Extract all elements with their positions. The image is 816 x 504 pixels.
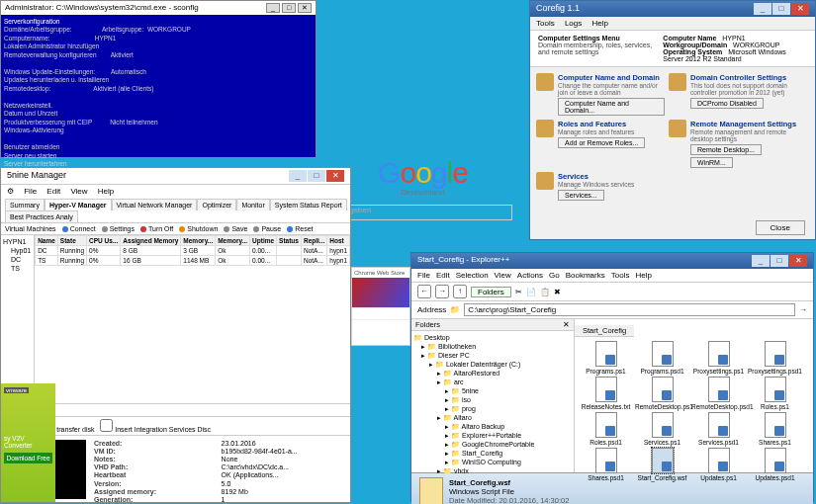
- column-header[interactable]: CPU Us...: [87, 236, 121, 246]
- file-item[interactable]: Updates.ps1: [691, 448, 746, 481]
- file-item[interactable]: RemoteDesktop.psd1: [691, 377, 746, 410]
- file-item[interactable]: Proxysettings.psd1: [748, 341, 802, 375]
- file-item[interactable]: Programs.ps1: [579, 341, 633, 375]
- file-item[interactable]: Shares.ps1: [748, 412, 802, 446]
- menu-bookmarks[interactable]: Bookmarks: [566, 271, 605, 280]
- tree-node[interactable]: Hyp01: [3, 246, 32, 255]
- setting-button[interactable]: DCPromo Disabled: [690, 98, 764, 109]
- close-icon[interactable]: ✕: [563, 320, 570, 329]
- tree-node[interactable]: TS: [3, 264, 32, 273]
- column-header[interactable]: Repli...: [301, 236, 326, 246]
- menu-file[interactable]: File: [417, 271, 430, 280]
- download-button[interactable]: Download Free: [4, 453, 52, 463]
- reset-button[interactable]: Reset: [287, 225, 313, 232]
- folder-tab[interactable]: Start_Corefig: [575, 325, 634, 337]
- menu-edit[interactable]: Edit: [46, 187, 60, 196]
- maximize-button[interactable]: □: [771, 255, 788, 267]
- forward-button[interactable]: →: [435, 285, 449, 298]
- folders-toggle[interactable]: Folders: [471, 287, 511, 297]
- tree-node[interactable]: ▸ 📁 Bibliotheken: [413, 342, 572, 351]
- column-header[interactable]: Status: [277, 236, 302, 246]
- menu-tools[interactable]: Tools: [611, 271, 630, 280]
- menu-file[interactable]: File: [24, 187, 37, 196]
- column-header[interactable]: Memory...: [216, 236, 250, 246]
- menu-edit[interactable]: Edit: [436, 271, 450, 280]
- settings-button[interactable]: Settings: [102, 225, 135, 232]
- save-button[interactable]: Save: [224, 225, 247, 232]
- tab-virtual-network-manager[interactable]: Virtual Network Manager: [112, 199, 198, 210]
- go-button[interactable]: →: [799, 305, 807, 314]
- webstore-row[interactable]: [352, 307, 409, 319]
- tree-node[interactable]: ▸ 📁 Dieser PC: [413, 351, 572, 360]
- file-item[interactable]: Updates.psd1: [748, 448, 802, 481]
- menu-view[interactable]: View: [70, 187, 87, 196]
- tree-node[interactable]: ▸ 📁 GoogleChromePortable: [413, 440, 572, 449]
- maximize-button[interactable]: □: [772, 3, 790, 15]
- tab-monitor[interactable]: Monitor: [236, 199, 269, 210]
- minimize-button[interactable]: _: [752, 255, 770, 267]
- minimize-button[interactable]: _: [266, 3, 280, 13]
- turnoff-button[interactable]: Turn Off: [140, 225, 173, 232]
- menu-selection[interactable]: Selection: [456, 271, 489, 280]
- webstore-row[interactable]: [352, 319, 409, 331]
- setting-button[interactable]: Add or Remove Roles...: [558, 137, 645, 148]
- file-item[interactable]: Services.psd1: [691, 412, 746, 446]
- setting-button[interactable]: WinRM...: [690, 157, 733, 168]
- tree-node[interactable]: ▸ 📁 iso: [413, 395, 572, 404]
- tree-node[interactable]: ▸ 📁 AltaroRestored: [413, 369, 572, 378]
- back-button[interactable]: ←: [417, 285, 431, 298]
- column-header[interactable]: Memory...: [181, 236, 216, 246]
- close-button[interactable]: ✕: [298, 3, 312, 13]
- tree-node[interactable]: ▸ 📁 Start_Corefig: [413, 449, 572, 458]
- file-item[interactable]: Services.ps1: [635, 412, 689, 446]
- tab-system-status-report[interactable]: System Status Report: [270, 199, 347, 210]
- file-item[interactable]: Roles.psd1: [579, 412, 633, 446]
- delete-icon[interactable]: ✖: [554, 288, 561, 296]
- menu-go[interactable]: Go: [549, 271, 560, 280]
- tree-node[interactable]: ▸ 📁 5nine: [413, 386, 572, 395]
- gear-icon[interactable]: ⚙: [7, 187, 14, 196]
- tree-node[interactable]: ▸ 📁 Explorer++Portable: [413, 431, 572, 440]
- integration-disc-checkbox[interactable]: [100, 419, 113, 432]
- console-titlebar[interactable]: Administrator: C:\Windows\system32\cmd.e…: [1, 1, 316, 15]
- file-item[interactable]: Programs.psd1: [635, 341, 689, 375]
- shutdown-button[interactable]: Shutdown: [179, 225, 218, 232]
- minimize-button[interactable]: _: [289, 170, 307, 182]
- tree-node[interactable]: ▸ 📁 Altaro: [413, 413, 572, 422]
- address-input[interactable]: [464, 303, 795, 316]
- tree-node[interactable]: 📁 Desktop: [413, 333, 572, 342]
- tree-node[interactable]: DC: [3, 255, 32, 264]
- tab-optimizer[interactable]: Optimizer: [197, 199, 236, 210]
- up-button[interactable]: ↑: [453, 285, 467, 298]
- vm-row[interactable]: DCRunning0%8 GB3 GBOk0.00...NotA...hypn1: [36, 246, 350, 256]
- column-header[interactable]: State: [57, 236, 86, 246]
- corefig-close-button[interactable]: Close: [756, 220, 805, 235]
- paste-icon[interactable]: 📋: [540, 288, 550, 296]
- copy-icon[interactable]: 📄: [526, 288, 536, 296]
- file-item[interactable]: ReleaseNotes.txt: [579, 377, 633, 410]
- menu-actions[interactable]: Actions: [517, 271, 543, 280]
- file-item[interactable]: Proxysettings.ps1: [691, 341, 746, 375]
- setting-button[interactable]: Services...: [558, 190, 604, 201]
- file-item[interactable]: Roles.ps1: [748, 377, 802, 410]
- tree-node[interactable]: ▸ 📁 prog: [413, 404, 572, 413]
- explorer-titlebar[interactable]: Start_Corefig - Explorer++ _ □ ✕: [411, 253, 813, 269]
- column-header[interactable]: Host: [327, 236, 350, 246]
- tree-node[interactable]: ▸ 📁 WinISO Computing: [413, 458, 572, 466]
- connect-button[interactable]: Connect: [62, 225, 96, 232]
- column-header[interactable]: Name: [36, 236, 58, 246]
- setting-button[interactable]: Remote Desktop...: [690, 144, 762, 155]
- tab-hyper-v-manager[interactable]: Hyper-V Manager: [45, 199, 112, 210]
- webstore-thumbnail[interactable]: [352, 278, 409, 307]
- corefig-titlebar[interactable]: Corefig 1.1 _ □ ✕: [530, 1, 815, 17]
- cut-icon[interactable]: ✂: [515, 288, 522, 296]
- tree-node[interactable]: ▸ 📁 vhdx: [413, 466, 572, 475]
- menu-help[interactable]: Help: [592, 19, 608, 28]
- tree-node[interactable]: ▸ 📁 Altaro Backup: [413, 422, 572, 431]
- file-item[interactable]: Shares.psd1: [579, 448, 633, 481]
- maximize-button[interactable]: □: [282, 3, 296, 13]
- pause-button[interactable]: Pause: [253, 225, 281, 232]
- menu-view[interactable]: View: [495, 271, 511, 280]
- close-button[interactable]: ✕: [326, 170, 344, 182]
- setting-button[interactable]: Computer Name and Domain...: [558, 98, 665, 116]
